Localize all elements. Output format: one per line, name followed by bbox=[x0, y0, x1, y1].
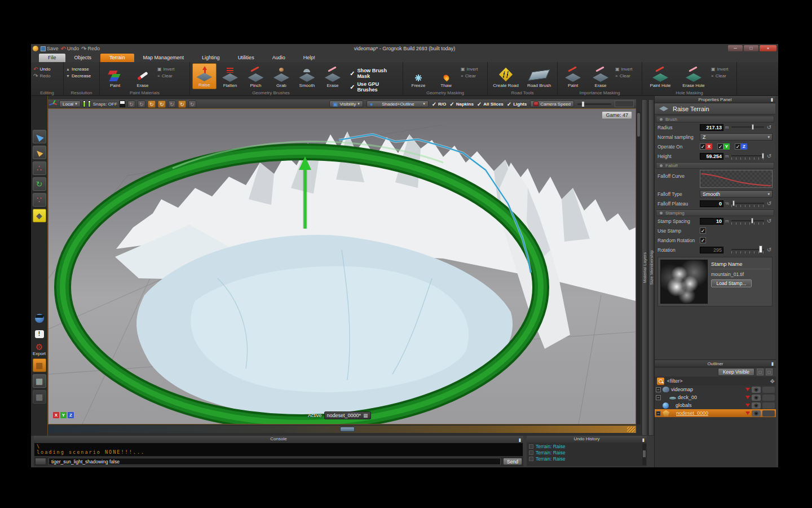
paint-materials-paint-button[interactable]: Paint bbox=[102, 63, 128, 89]
minimize-button[interactable]: ─ bbox=[728, 45, 743, 51]
camera-speed-button[interactable]: Camera Speed bbox=[530, 100, 574, 107]
terrain-brush-tool-button[interactable]: ◆ bbox=[33, 209, 46, 222]
reset-icon[interactable]: ↺ bbox=[766, 124, 773, 130]
v-scroll-thumb[interactable] bbox=[637, 113, 640, 137]
expander-icon[interactable]: − bbox=[656, 395, 661, 400]
tab-audio[interactable]: Audio bbox=[263, 54, 294, 62]
falloff-type-dropdown[interactable]: Smooth ▾ bbox=[700, 190, 773, 198]
visibility-dropdown[interactable]: ▣ Visibility ▾ bbox=[329, 100, 363, 107]
grid-view-button-active[interactable]: ▦ bbox=[33, 358, 46, 372]
paint-materials-clear-button[interactable]: × Clear bbox=[157, 73, 175, 78]
pin-icon[interactable]: ▮ bbox=[771, 97, 773, 102]
section-stamping[interactable]: Stamping bbox=[656, 209, 774, 216]
grid-view-button-3[interactable]: ▦ bbox=[33, 390, 46, 404]
freeze-button[interactable]: Freeze bbox=[405, 63, 431, 89]
filter-input[interactable]: <filter> bbox=[667, 378, 767, 384]
outliner-option-icon-1[interactable]: □ bbox=[757, 369, 764, 375]
pin-icon[interactable]: ▮ bbox=[771, 361, 774, 366]
paint-materials-invert-button[interactable]: ▣ Invert bbox=[157, 67, 175, 72]
outliner-option-icon-2[interactable]: □ bbox=[766, 369, 773, 375]
shading-mode-dropdown[interactable]: ● Shaded+Outline ▾ bbox=[367, 100, 429, 107]
use-gpu-brushes-checkbox[interactable]: ✓ Use GPU Brushes bbox=[350, 81, 397, 93]
send-button[interactable]: Send bbox=[503, 458, 522, 465]
pick-select-tool-button[interactable] bbox=[33, 146, 46, 159]
snap-mode-button-5[interactable]: ↻ bbox=[168, 100, 176, 108]
select-tool-button[interactable] bbox=[33, 130, 46, 143]
tree-row-deck[interactable]: − deck_00 ◉ bbox=[655, 393, 776, 401]
importance-paint-button[interactable]: Paint bbox=[560, 63, 586, 89]
console-log[interactable]: \ loading scenario NONE!!!... bbox=[34, 443, 523, 457]
tab-lighting[interactable]: Lighting bbox=[193, 54, 229, 62]
falloff-curve-widget[interactable] bbox=[700, 170, 773, 188]
collapse-all-icon[interactable]: ✥ bbox=[770, 378, 774, 384]
stamp-heightmap-thumbnail[interactable] bbox=[660, 260, 708, 304]
undo-entry[interactable]: Terrain: Raise bbox=[529, 450, 641, 456]
radius-slider[interactable] bbox=[731, 124, 764, 131]
reset-icon[interactable]: ↺ bbox=[766, 200, 773, 207]
gizmo-size-widget[interactable] bbox=[83, 100, 86, 107]
paint-hole-button[interactable]: Paint Hole bbox=[645, 63, 676, 89]
stamp-spacing-slider[interactable] bbox=[731, 217, 764, 225]
snap-mode-button-1[interactable]: ↻ bbox=[127, 100, 135, 108]
undo-entry[interactable]: Terrain: Raise bbox=[529, 456, 641, 462]
operate-x-checkbox[interactable]: ✓ X bbox=[700, 143, 712, 150]
geometry-masking-invert-button[interactable]: ▣ Invert bbox=[461, 67, 478, 72]
normal-sampling-dropdown[interactable]: Z ▾ bbox=[700, 133, 773, 141]
height-slider[interactable] bbox=[731, 152, 764, 160]
save-button[interactable]: Save bbox=[41, 46, 59, 51]
pin-icon[interactable]: ▮ bbox=[519, 437, 521, 444]
tree-row-nodeset-selected[interactable]: − nodeset_0000 ◉ bbox=[655, 409, 776, 417]
tab-terrain[interactable]: Terrain bbox=[100, 54, 134, 62]
reset-icon[interactable]: ↺ bbox=[766, 153, 773, 159]
operate-y-checkbox[interactable]: ✓ Y bbox=[717, 143, 730, 150]
ribbon-redo-button[interactable]: ↷ Redo bbox=[33, 73, 51, 78]
rotate-tool-button[interactable]: ↻ bbox=[33, 177, 46, 191]
undo-history-scrollbar[interactable] bbox=[642, 444, 646, 465]
resolution-increase-button[interactable]: ▲ Increase bbox=[66, 67, 91, 72]
snap-mode-button-2[interactable]: ↻ bbox=[138, 100, 145, 108]
undo-entry[interactable]: Terrain: Raise bbox=[529, 444, 641, 449]
tab-material-layers[interactable]: Material Layers bbox=[642, 99, 647, 436]
random-rotation-checkbox[interactable]: ✓ bbox=[700, 237, 706, 243]
hole-invert-button[interactable]: ▣ Invert bbox=[711, 67, 729, 72]
tree-row-videomap[interactable]: − videomap ◉ bbox=[655, 386, 776, 393]
tab-file[interactable]: File bbox=[39, 54, 65, 62]
tab-size-membership[interactable]: Size Membership bbox=[648, 99, 654, 436]
use-stamp-checkbox[interactable]: ✓ bbox=[700, 227, 706, 234]
road-brush-button[interactable]: Road Brush bbox=[523, 63, 555, 89]
tree-row-globals[interactable]: globals ◉ bbox=[655, 401, 776, 409]
eye-icon[interactable]: ◉ bbox=[752, 402, 761, 409]
visibility-slot[interactable] bbox=[762, 387, 775, 393]
visibility-slot[interactable] bbox=[762, 402, 775, 409]
tab-utilities[interactable]: Utilities bbox=[229, 54, 263, 62]
undo-entry-checkbox[interactable] bbox=[529, 457, 533, 461]
geometry-masking-clear-button[interactable]: × Clear bbox=[461, 73, 478, 78]
thaw-button[interactable]: Thaw bbox=[433, 63, 459, 89]
undo-entry-checkbox[interactable] bbox=[529, 450, 533, 455]
tutorial-button[interactable] bbox=[33, 312, 46, 325]
maximize-button[interactable]: □ bbox=[744, 45, 758, 51]
tab-help[interactable]: Help! bbox=[294, 54, 324, 62]
keep-visible-button[interactable]: Keep Visible bbox=[718, 368, 754, 376]
importance-erase-button[interactable]: Erase bbox=[588, 63, 614, 89]
reset-icon[interactable]: ↺ bbox=[766, 218, 773, 224]
snap-mode-button-7[interactable]: ↻ bbox=[188, 100, 196, 108]
snap-mode-button-4[interactable]: ↻ bbox=[158, 100, 166, 108]
expander-icon[interactable]: − bbox=[656, 411, 661, 416]
eye-icon[interactable]: ◉ bbox=[752, 387, 761, 393]
napkins-checkbox[interactable]: ✓ Napkins bbox=[449, 101, 474, 107]
falloff-plateau-slider[interactable] bbox=[731, 200, 764, 207]
rotation-input[interactable] bbox=[700, 247, 723, 253]
section-falloff[interactable]: Falloff bbox=[656, 162, 774, 169]
snap-mode-button-3[interactable]: ↻ bbox=[148, 100, 156, 108]
lights-checkbox[interactable]: ✓ Lights bbox=[507, 101, 527, 107]
resize-grip[interactable] bbox=[627, 427, 635, 432]
brush-erase-button[interactable]: Erase bbox=[321, 63, 345, 89]
visibility-slot[interactable] bbox=[762, 395, 775, 401]
erase-hole-button[interactable]: Erase Hole bbox=[678, 63, 709, 89]
all-slices-checkbox[interactable]: ✓ All Slices bbox=[477, 101, 504, 107]
snap-mode-button-6[interactable]: ↻ bbox=[178, 100, 186, 108]
search-icon[interactable] bbox=[657, 378, 664, 385]
viewport-horizontal-scrollbar[interactable] bbox=[48, 426, 636, 433]
brush-flatten-button[interactable]: Flatten bbox=[218, 63, 242, 89]
